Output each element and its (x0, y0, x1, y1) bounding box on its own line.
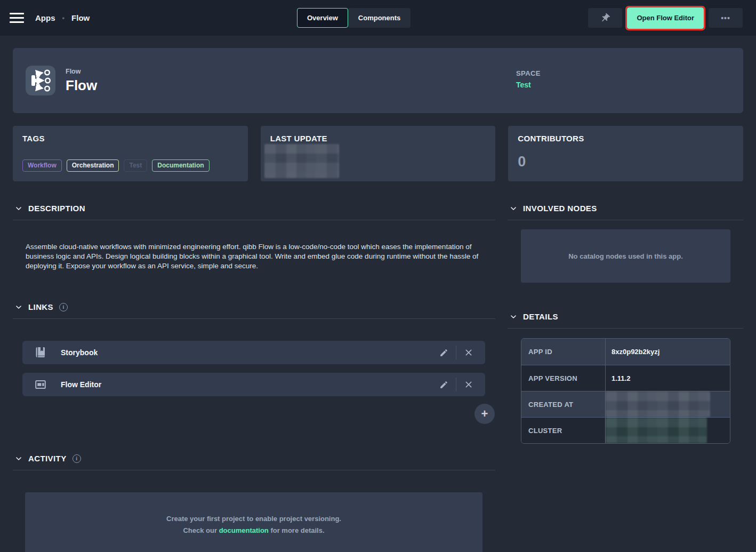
activity-title: ACTIVITY (28, 454, 67, 463)
book-icon (34, 346, 47, 359)
table-row-cluster: CLUSTER (521, 417, 730, 443)
last-update-card: LAST UPDATE (261, 126, 496, 181)
links-title: LINKS (28, 302, 53, 311)
activity-line2-suffix: for more details. (269, 526, 325, 534)
link-row-storybook[interactable]: Storybook (22, 341, 485, 364)
page-title: Flow (66, 77, 97, 94)
table-row-app-version: APP VERSION 1.11.2 (521, 365, 730, 391)
activity-line2-prefix: Check our (183, 526, 219, 534)
table-row-app-id: APP ID 8xz0p92b2kyzj (521, 339, 730, 365)
description-title: DESCRIPTION (28, 204, 85, 213)
delete-link-button[interactable] (460, 377, 478, 393)
right-column: INVOLVED NODES No catalog nodes used in … (508, 201, 743, 552)
documentation-link[interactable]: documentation (219, 526, 269, 534)
detail-value (605, 391, 730, 417)
contributors-count: 0 (518, 154, 734, 170)
chevron-down-icon (15, 205, 22, 212)
app-overview-page: Apps • Flow Overview Components Open Flo… (0, 0, 756, 552)
space-block: SPACE Test (516, 69, 541, 89)
involved-nodes-section: INVOLVED NODES No catalog nodes used in … (508, 201, 743, 283)
description-text: Assemble cloud-native workflows with min… (26, 242, 480, 271)
ellipsis-icon: ••• (721, 14, 730, 22)
topbar-actions: Open Flow Editor ••• (588, 6, 743, 30)
add-link-button[interactable]: + (474, 404, 495, 424)
breadcrumb-separator: • (62, 14, 65, 22)
detail-value (605, 418, 730, 443)
window-icon (34, 378, 47, 391)
breadcrumb: Apps • Flow (35, 13, 90, 22)
detail-value: 8xz0p92b2kyzj (605, 339, 730, 365)
contributors-title: CONTRIBUTORS (518, 134, 734, 143)
hamburger-menu-icon[interactable] (10, 13, 26, 23)
tags-list: Workflow Orchestration Test Documentatio… (22, 159, 238, 172)
flow-app-icon (26, 66, 55, 95)
chevron-down-icon (510, 313, 517, 321)
space-link[interactable]: Test (516, 81, 541, 89)
app-type-label: Flow (66, 68, 97, 75)
details-title: DETAILS (523, 312, 558, 321)
detail-label: CREATED AT (521, 391, 605, 417)
tab-overview[interactable]: Overview (297, 8, 348, 28)
detail-label: APP VERSION (521, 365, 605, 391)
close-icon (464, 380, 473, 389)
view-tabs: Overview Components (297, 8, 411, 28)
space-label: SPACE (516, 69, 541, 77)
details-table: APP ID 8xz0p92b2kyzj APP VERSION 1.11.2 … (521, 338, 730, 444)
contributors-card: CONTRIBUTORS 0 (508, 126, 743, 181)
edit-link-button[interactable] (435, 345, 453, 361)
chevron-down-icon (510, 205, 517, 212)
tags-title: TAGS (22, 134, 238, 143)
cluster-redacted-value (606, 418, 707, 443)
link-actions (435, 345, 478, 361)
last-update-title: LAST UPDATE (270, 134, 486, 143)
delete-link-button[interactable] (460, 345, 478, 361)
link-label: Flow Editor (61, 380, 101, 389)
description-section: DESCRIPTION Assemble cloud-native workfl… (13, 201, 495, 271)
tags-card: TAGS Workflow Orchestration Test Documen… (13, 126, 248, 181)
involved-nodes-title: INVOLVED NODES (523, 204, 597, 213)
table-row-created-at: CREATED AT (521, 391, 730, 417)
left-column: DESCRIPTION Assemble cloud-native workfl… (13, 201, 495, 552)
details-section-header[interactable]: DETAILS (508, 309, 743, 329)
tag-chip: Workflow (22, 159, 62, 172)
breadcrumb-apps[interactable]: Apps (35, 13, 55, 22)
app-identity: Flow Flow (66, 68, 97, 94)
tag-chip: Documentation (152, 159, 209, 172)
chevron-down-icon (15, 303, 22, 311)
description-section-header[interactable]: DESCRIPTION (13, 201, 495, 220)
activity-section-header[interactable]: ACTIVITY (13, 451, 495, 470)
tag-chip: Orchestration (67, 159, 119, 172)
breadcrumb-current: Flow (71, 13, 90, 22)
pin-button[interactable] (588, 8, 622, 28)
links-section-header[interactable]: LINKS (13, 299, 495, 319)
involved-nodes-section-header[interactable]: INVOLVED NODES (508, 201, 743, 220)
link-actions (435, 377, 478, 393)
pencil-icon (439, 380, 448, 389)
annotation-highlight-box: Open Flow Editor (625, 6, 705, 30)
details-section: DETAILS APP ID 8xz0p92b2kyzj APP VERSION… (508, 309, 743, 444)
detail-label: APP ID (521, 339, 605, 365)
action-divider (456, 346, 456, 359)
activity-message-line2: Check our documentation for more details… (183, 526, 324, 534)
top-bar: Apps • Flow Overview Components Open Flo… (0, 0, 756, 36)
app-header-card: Flow Flow SPACE Test (13, 48, 743, 113)
tag-chip: Test (124, 159, 147, 172)
activity-empty-state: Create your first project to enable proj… (25, 492, 482, 552)
link-label: Storybook (61, 348, 98, 357)
more-options-button[interactable]: ••• (709, 8, 743, 28)
open-flow-editor-button[interactable]: Open Flow Editor (627, 7, 704, 29)
links-list: Storybook (13, 341, 495, 424)
pencil-icon (439, 348, 448, 357)
activity-info-icon[interactable] (73, 454, 81, 463)
links-section: LINKS Storybook (13, 299, 495, 424)
action-divider (456, 378, 456, 391)
links-info-icon[interactable] (59, 303, 68, 311)
involved-nodes-empty-state: No catalog nodes used in this app. (521, 229, 730, 283)
chevron-down-icon (15, 455, 22, 462)
edit-link-button[interactable] (435, 377, 453, 393)
tab-components[interactable]: Components (348, 8, 411, 28)
close-icon (464, 348, 473, 357)
activity-section: ACTIVITY Create your first project to en… (13, 451, 495, 552)
link-row-flow-editor[interactable]: Flow Editor (22, 373, 485, 396)
detail-label: CLUSTER (521, 418, 605, 443)
